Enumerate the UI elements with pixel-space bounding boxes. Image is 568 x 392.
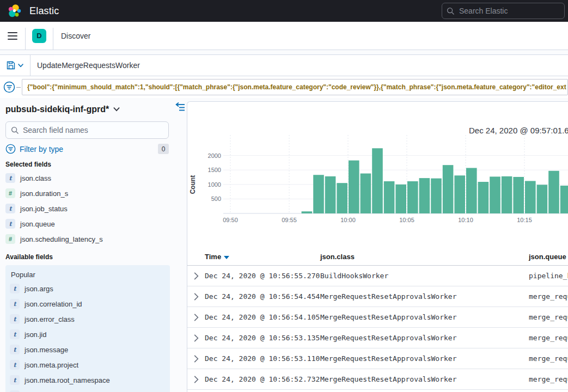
field-type-icon: #: [5, 234, 15, 244]
query-input[interactable]: UpdateMergeRequestsWorker: [37, 61, 140, 70]
menu-button[interactable]: [0, 22, 25, 50]
field-type-icon: t: [10, 284, 20, 293]
field-item[interactable]: t json.queue: [5, 216, 174, 231]
expand-row-button[interactable]: [187, 307, 205, 327]
field-item[interactable]: t json.meta.project: [10, 357, 170, 372]
field-name: json.message: [25, 346, 68, 354]
cell-time: Dec 24, 2020 @ 10:56:53.135: [205, 334, 320, 342]
chevron-right-icon: [194, 293, 199, 301]
content: pubsub-sidekiq-inf-gprd* Search field na…: [0, 98, 568, 392]
svg-text:10:15: 10:15: [517, 217, 532, 223]
field-item[interactable]: # json.duration_s: [5, 186, 174, 201]
collapse-sidebar-icon[interactable]: [175, 102, 185, 111]
expand-row-button[interactable]: [187, 348, 205, 369]
discover-app-badge: D: [32, 29, 46, 43]
field-name: json.error_class: [25, 315, 75, 323]
popular-fields-section: Popular t json.args t json.correlation_i…: [5, 265, 170, 392]
field-type-icon: t: [10, 360, 20, 370]
sort-desc-icon: [224, 256, 229, 259]
svg-text:1500: 1500: [208, 167, 221, 173]
cell-json-class: BuildHooksWorker: [320, 272, 529, 280]
field-item[interactable]: # json.scheduling_latency_s: [5, 231, 174, 247]
filter-pill[interactable]: {"bool":{"minimum_should_match":1,"shoul…: [22, 79, 568, 95]
svg-text:Count: Count: [189, 175, 197, 194]
svg-text:10:00: 10:00: [340, 217, 356, 223]
filter-set-icon[interactable]: [3, 81, 15, 93]
table-row: Dec 24, 2020 @ 10:56:55.270 BuildHooksWo…: [187, 266, 568, 286]
filter-by-type-row: Filter by type 0: [5, 144, 169, 154]
table-row: Dec 24, 2020 @ 10:56:52.732 MergeRequest…: [187, 369, 568, 390]
expand-row-button[interactable]: [187, 369, 205, 389]
column-header-time[interactable]: Time: [205, 253, 320, 261]
hamburger-icon: [8, 32, 17, 40]
column-header-json-queue[interactable]: json.queue: [529, 253, 568, 261]
top-bar: Elastic Search Elastic: [0, 0, 568, 22]
expand-row-button[interactable]: [187, 328, 205, 348]
breadcrumb[interactable]: Discover: [61, 32, 90, 40]
chevron-right-icon: [194, 376, 199, 383]
filter-bar: {"bool":{"minimum_should_match":1,"shoul…: [0, 76, 568, 98]
field-type-icon: t: [10, 314, 20, 324]
popular-fields-list: t json.args t json.correlation_id t json…: [10, 281, 170, 392]
save-icon: [7, 61, 15, 70]
field-item[interactable]: t json.jid: [10, 327, 170, 342]
field-name: json.class: [20, 174, 51, 182]
table-body: Dec 24, 2020 @ 10:56:55.270 BuildHooksWo…: [187, 266, 568, 390]
query-bar: UpdateMergeRequestsWorker: [0, 54, 568, 76]
divider: [53, 28, 53, 50]
search-icon: [447, 7, 455, 15]
histogram-chart[interactable]: 50010001500200009:5009:5510:0010:0510:10…: [187, 132, 568, 231]
table-row: Dec 24, 2020 @ 10:56:53.110 MergeRequest…: [187, 348, 568, 369]
table-header-row: Time json.class json.queue: [187, 248, 568, 266]
cell-json-queue: merge_reque: [529, 334, 568, 342]
chevron-down-icon: [113, 107, 120, 112]
field-item[interactable]: t json.correlation_id: [10, 296, 170, 311]
cell-json-class: MergeRequestResetApprovalsWorker: [320, 375, 529, 383]
svg-text:500: 500: [211, 195, 221, 202]
field-item[interactable]: t json.args: [10, 281, 170, 296]
discover-main: Dec 24, 2020 @ 09:57:01.67 5001000150020…: [187, 101, 568, 392]
field-item[interactable]: t json.class: [5, 170, 174, 186]
field-name: json.correlation_id: [25, 300, 82, 308]
field-type-icon: t: [10, 345, 20, 354]
documents-table: Time json.class json.queue: [187, 248, 568, 390]
svg-text:10:10: 10:10: [458, 217, 473, 223]
field-type-icon: t: [10, 299, 20, 309]
cell-time: Dec 24, 2020 @ 10:56:52.732: [205, 375, 320, 383]
index-pattern-title: pubsub-sidekiq-inf-gprd*: [5, 105, 109, 114]
available-fields-heading: Available fields: [5, 253, 174, 261]
search-icon: [11, 126, 19, 134]
field-name: json.job_status: [20, 205, 68, 213]
svg-text:09:55: 09:55: [282, 217, 297, 223]
fields-sidebar: pubsub-sidekiq-inf-gprd* Search field na…: [0, 98, 174, 392]
cell-time: Dec 24, 2020 @ 10:56:54.105: [205, 313, 320, 321]
global-search-input[interactable]: Search Elastic: [442, 3, 565, 19]
field-type-icon: t: [10, 375, 20, 385]
field-search-input[interactable]: Search field names: [5, 121, 169, 139]
cell-json-queue: merge_reque: [529, 292, 568, 301]
elastic-logo[interactable]: [8, 4, 22, 18]
column-header-json-class[interactable]: json.class: [320, 253, 529, 261]
field-item[interactable]: t json.error_class: [10, 311, 170, 327]
field-item[interactable]: t json.message: [10, 342, 170, 357]
field-item[interactable]: t json.meta.root_namespace: [10, 372, 170, 388]
field-name: json.scheduling_latency_s: [20, 235, 103, 243]
cell-time: Dec 24, 2020 @ 10:56:53.110: [205, 354, 320, 363]
chevron-right-icon: [194, 272, 199, 280]
field-item[interactable]: t json.job_status: [5, 201, 174, 216]
cell-json-queue: merge_reque: [529, 375, 568, 383]
expand-row-button[interactable]: [187, 286, 205, 307]
cell-json-class: MergeRequestResetApprovalsWorker: [320, 313, 529, 321]
expand-row-button[interactable]: [187, 266, 205, 286]
field-item[interactable]: t json.meta.user: [10, 388, 170, 392]
saved-query-menu-button[interactable]: [0, 55, 30, 76]
svg-text:1000: 1000: [208, 181, 221, 188]
chevron-down-icon: [18, 64, 23, 68]
index-pattern-switcher[interactable]: pubsub-sidekiq-inf-gprd*: [5, 105, 174, 114]
filter-by-type-link[interactable]: Filter by type: [20, 145, 63, 154]
cell-time: Dec 24, 2020 @ 10:56:55.270: [205, 272, 320, 280]
cell-json-queue: pipeline_ho: [529, 272, 568, 280]
table-row: Dec 24, 2020 @ 10:56:54.105 MergeRequest…: [187, 307, 568, 328]
selected-fields-heading: Selected fields: [5, 161, 174, 168]
cell-json-queue: merge_reque: [529, 354, 568, 363]
